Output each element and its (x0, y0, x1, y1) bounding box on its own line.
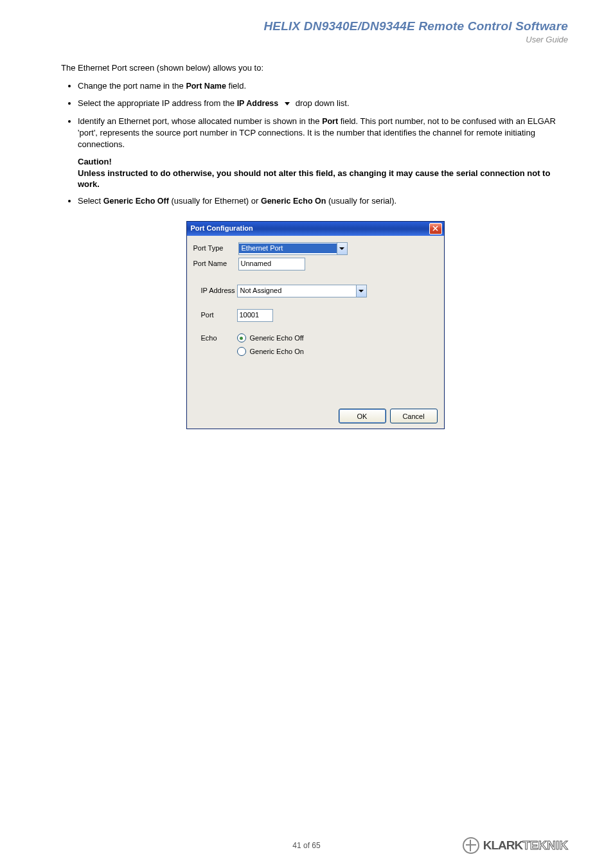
dropdown-button[interactable] (356, 285, 366, 297)
port-type-value: Ethernet Port (239, 244, 337, 253)
radio-echo-on[interactable]: Generic Echo On (237, 347, 304, 357)
list-item: Select Generic Echo Off (usually for Eth… (78, 195, 568, 207)
dialog-body: Port Type Ethernet Port Port Name Unname… (187, 236, 444, 404)
bullet-list-2: Select Generic Echo Off (usually for Eth… (78, 195, 568, 207)
close-button[interactable] (429, 223, 442, 235)
dropdown-button[interactable] (337, 243, 347, 254)
bullet-text: Select the appropriate IP address from t… (78, 98, 237, 108)
page-footer: 41 of 65 KLARKTEKNIK (0, 841, 613, 850)
bullet-text: drop down list. (296, 98, 350, 108)
page-number: 41 of 65 (292, 841, 320, 850)
doc-subtitle: User Guide (61, 35, 568, 44)
brand-text: KLARKTEKNIK (483, 838, 568, 853)
radio-icon (237, 333, 246, 342)
radio-label: Generic Echo Off (250, 333, 304, 343)
dialog-screenshot: Port Configuration Port Type Ethernet Po… (186, 221, 443, 430)
port-value: 10001 (240, 310, 260, 320)
brand-teknik: TEKNIK (522, 838, 568, 852)
field-ref-portname: Port Name (186, 82, 226, 91)
doc-title: HELIX DN9340E/DN9344E Remote Control Sof… (61, 19, 568, 33)
port-type-select[interactable]: Ethernet Port (238, 242, 348, 255)
label-port-name: Port Name (193, 259, 238, 269)
dialog-title: Port Configuration (191, 224, 253, 233)
caution-block: Caution! Unless instructed to do otherwi… (78, 156, 568, 190)
echo-radio-group: Generic Echo Off Generic Echo On (237, 333, 304, 360)
bullet-text: Select (78, 196, 103, 206)
caution-heading: Caution! (78, 156, 568, 168)
list-item: Identify an Ethernet port, whose allocat… (78, 116, 568, 150)
option-echo-off: Generic Echo Off (103, 197, 169, 206)
page-header: HELIX DN9340E/DN9344E Remote Control Sof… (61, 19, 568, 44)
ip-address-value: Not Assigned (238, 286, 356, 296)
port-name-input[interactable]: Unnamed (238, 258, 305, 270)
bullet-text: (usually for Ethernet) or (171, 196, 260, 206)
label-ip-address: IP Address (201, 286, 237, 296)
bullet-text: Identify an Ethernet port, whose allocat… (78, 116, 322, 126)
brand-klark: KLARK (483, 838, 523, 852)
field-ref-port: Port (322, 117, 338, 126)
cancel-button[interactable]: Cancel (390, 409, 438, 423)
bullet-text: Change the port name in the (78, 81, 186, 91)
dialog-button-row: OK Cancel (187, 403, 444, 429)
intro-text: The Ethernet Port screen (shown below) a… (61, 62, 568, 74)
port-name-value: Unnamed (241, 259, 272, 269)
dialog-titlebar: Port Configuration (187, 222, 444, 236)
chevron-down-icon (339, 247, 344, 250)
radio-label: Generic Echo On (250, 347, 304, 357)
label-port: Port (201, 310, 237, 320)
field-ref-ipaddress: IP Address (237, 99, 279, 108)
ok-button[interactable]: OK (339, 409, 386, 423)
globe-icon (463, 837, 479, 854)
option-echo-on: Generic Echo On (261, 197, 326, 206)
bullet-list: Change the port name in the Port Name fi… (78, 80, 568, 150)
brand-logo: KLARKTEKNIK (463, 837, 568, 854)
list-item: Change the port name in the Port Name fi… (78, 80, 568, 92)
label-echo: Echo (201, 333, 237, 360)
port-input[interactable]: 10001 (237, 309, 273, 322)
ip-address-select[interactable]: Not Assigned (237, 285, 367, 297)
bullet-text: field. (229, 81, 246, 91)
label-port-type: Port Type (193, 244, 238, 253)
body-content: The Ethernet Port screen (shown below) a… (61, 62, 568, 429)
chevron-down-icon (359, 290, 364, 292)
close-icon (432, 226, 438, 231)
caution-text: Unless instructed to do otherwise, you s… (78, 168, 568, 190)
port-config-dialog: Port Configuration Port Type Ethernet Po… (186, 221, 445, 430)
list-item: Select the appropriate IP address from t… (78, 98, 568, 109)
dropdown-caret-inline (281, 98, 293, 108)
radio-echo-off[interactable]: Generic Echo Off (237, 333, 304, 343)
radio-icon (237, 347, 246, 356)
bullet-text: (usually for serial). (328, 196, 396, 206)
